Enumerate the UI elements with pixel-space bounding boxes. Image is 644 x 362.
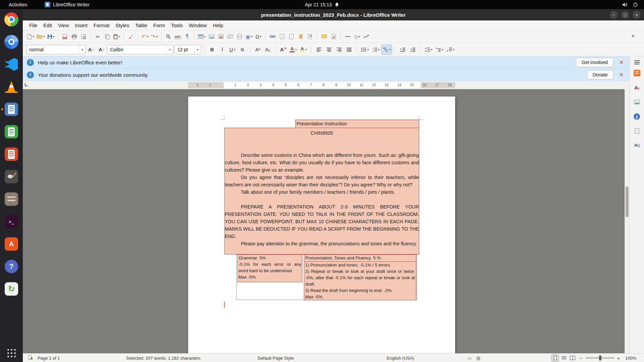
- tab-stop-selector[interactable]: [25, 83, 28, 86]
- cut-button[interactable]: ✂: [93, 32, 102, 41]
- paragraph-spacing-increase-button[interactable]: [434, 45, 444, 54]
- menu-item[interactable]: File: [26, 21, 40, 29]
- calc-dock-icon[interactable]: [4, 124, 19, 139]
- close-document-icon[interactable]: ×: [632, 33, 635, 39]
- close-button[interactable]: ×: [633, 11, 641, 19]
- copy-button[interactable]: [103, 32, 112, 41]
- new-document-button[interactable]: [26, 32, 35, 41]
- size-combo-arrow[interactable]: [194, 45, 201, 54]
- terminal-dock-icon[interactable]: >_: [4, 214, 19, 229]
- update-style-button[interactable]: A✓: [87, 45, 96, 54]
- align-center-button[interactable]: [324, 45, 333, 54]
- line-spacing-button[interactable]: [424, 45, 434, 54]
- export-pdf-button[interactable]: PDF: [60, 32, 69, 41]
- donate-button[interactable]: Donate: [587, 70, 613, 79]
- outline-list-button[interactable]: [382, 45, 392, 54]
- zoom-in-button[interactable]: +: [617, 355, 620, 361]
- underline-button[interactable]: U: [228, 45, 237, 54]
- sidebar-settings-icon[interactable]: [634, 60, 640, 61]
- strikethrough-button[interactable]: S: [238, 45, 247, 54]
- infobar-close-icon[interactable]: ×: [620, 59, 623, 66]
- page-count-label[interactable]: Page 1 of 1: [38, 355, 60, 360]
- insert-page-break-button[interactable]: [235, 32, 244, 41]
- font-name-combo[interactable]: Calibri: [107, 45, 173, 54]
- page-style-label[interactable]: Default Page Style: [258, 355, 294, 360]
- subscript-button[interactable]: A₂: [263, 45, 272, 54]
- insert-chart-button[interactable]: [216, 32, 225, 41]
- menu-item[interactable]: Help: [210, 21, 226, 29]
- bold-button[interactable]: B: [208, 45, 217, 54]
- paragraph-style-combo[interactable]: normal: [26, 45, 86, 54]
- justify-button[interactable]: [344, 45, 354, 54]
- align-left-button[interactable]: [314, 45, 323, 54]
- open-file-button[interactable]: [36, 32, 46, 41]
- vscode-dock-icon[interactable]: [4, 57, 19, 72]
- vertical-scrollbar[interactable]: [625, 89, 629, 353]
- bullet-list-button[interactable]: [360, 45, 370, 54]
- basic-shapes-button[interactable]: ◇: [353, 32, 362, 41]
- font-combo-arrow[interactable]: [166, 45, 173, 54]
- zoom-out-button[interactable]: −: [580, 355, 583, 361]
- insert-footnote-button[interactable]: 1: [277, 32, 286, 41]
- help-dock-icon[interactable]: ?: [4, 259, 19, 274]
- decrease-indent-button[interactable]: [408, 45, 417, 54]
- clone-formatting-button[interactable]: [126, 32, 136, 41]
- highlight-color-button[interactable]: A: [299, 45, 308, 54]
- impress-dock-icon[interactable]: [4, 146, 19, 162]
- sidebar-page-tab[interactable]: [632, 126, 642, 136]
- new-style-button[interactable]: A+: [97, 45, 106, 54]
- sidebar-properties-tab[interactable]: [632, 68, 642, 78]
- formatting-marks-button[interactable]: ¶: [183, 32, 192, 41]
- menu-item[interactable]: View: [55, 21, 72, 29]
- multi-page-view-button[interactable]: [560, 355, 568, 361]
- print-button[interactable]: [70, 32, 79, 41]
- insert-field-button[interactable]: ▣: [245, 32, 254, 41]
- infobar-close-icon[interactable]: ×: [620, 71, 623, 78]
- menu-item[interactable]: Window: [186, 21, 210, 29]
- style-combo-arrow[interactable]: [79, 45, 86, 54]
- spell-check-button[interactable]: ABC: [173, 32, 182, 41]
- power-icon[interactable]: [633, 2, 638, 7]
- menu-item[interactable]: Tools: [168, 21, 186, 29]
- align-right-button[interactable]: [334, 45, 343, 54]
- gimp-dock-icon[interactable]: [4, 169, 19, 184]
- clear-formatting-button[interactable]: A: [279, 45, 288, 54]
- insert-endnote-button[interactable]: i: [287, 32, 296, 41]
- insert-table-button[interactable]: [197, 32, 207, 41]
- chrome-dock-icon[interactable]: [4, 12, 19, 27]
- document-canvas[interactable]: Presentation Instruction CHIN9505 Descri…: [23, 89, 629, 353]
- scrollbar-thumb[interactable]: [626, 186, 629, 217]
- activities-button[interactable]: Activities: [7, 1, 29, 8]
- insert-cross-reference-button[interactable]: [306, 32, 315, 41]
- paste-button[interactable]: [112, 32, 121, 41]
- single-page-view-button[interactable]: [551, 355, 559, 361]
- zoom-slider-thumb[interactable]: [599, 355, 601, 360]
- font-size-combo[interactable]: 12 pt: [174, 45, 201, 54]
- print-preview-button[interactable]: [79, 32, 88, 41]
- system-tray[interactable]: [622, 2, 638, 7]
- italic-button[interactable]: I: [218, 45, 227, 54]
- volume-icon[interactable]: [622, 2, 628, 7]
- insert-comment-button[interactable]: [320, 32, 329, 41]
- sidebar-navigator-tab[interactable]: [632, 111, 642, 121]
- insert-bookmark-button[interactable]: [296, 32, 305, 41]
- document-page[interactable]: Presentation Instruction CHIN9505 Descri…: [188, 97, 455, 353]
- show-applications-button[interactable]: [7, 349, 16, 357]
- window-title-bar[interactable]: presentation_instruction_2023_Feb.docx -…: [23, 9, 644, 20]
- chromium-dock-icon[interactable]: [4, 34, 19, 50]
- zoom-slider[interactable]: [586, 357, 614, 358]
- sidebar-style-inspector-tab[interactable]: A: [632, 140, 642, 150]
- undo-button[interactable]: ↶: [141, 32, 150, 41]
- writer-dock-icon[interactable]: [4, 102, 19, 117]
- save-button[interactable]: [46, 32, 56, 41]
- horizontal-ruler[interactable]: 21123456789101112131415161718: [188, 82, 455, 88]
- increase-indent-button[interactable]: [398, 45, 407, 54]
- menu-item[interactable]: Format: [91, 21, 113, 29]
- superscript-button[interactable]: A²: [253, 45, 262, 54]
- find-replace-button[interactable]: [164, 32, 173, 41]
- book-view-button[interactable]: [569, 355, 576, 361]
- maximize-button[interactable]: □: [621, 11, 629, 19]
- clock-menu[interactable]: Apr 21 15:13: [305, 2, 339, 7]
- word-count-label[interactable]: Selected: 207 words, 1,162 characters: [126, 355, 201, 360]
- sidebar-gallery-tab[interactable]: [632, 97, 642, 107]
